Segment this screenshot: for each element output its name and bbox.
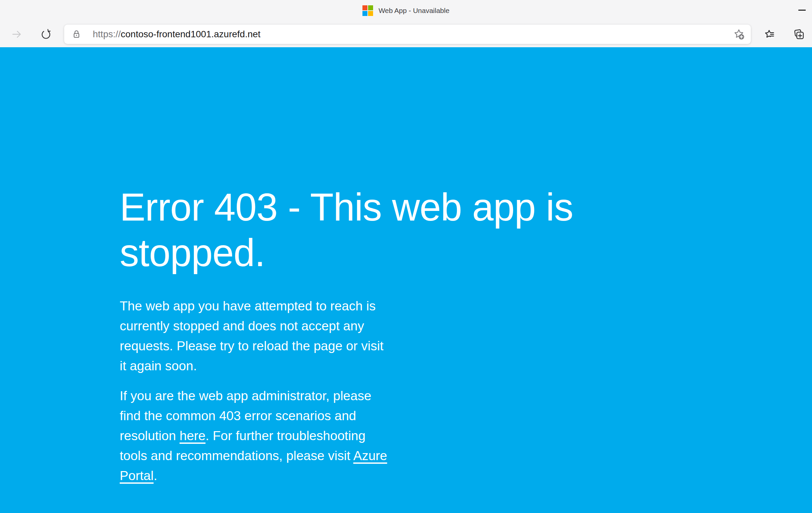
error-heading: Error 403 - This web app is stopped. (120, 184, 638, 276)
logo-square-blue (362, 11, 368, 16)
logo-square-red (362, 5, 368, 10)
logo-square-green (368, 5, 373, 10)
error-paragraph-1: The web app you have attempted to reach … (120, 296, 391, 376)
tab-title: Web App - Unavailable (362, 5, 449, 16)
microsoft-logo-favicon (362, 5, 373, 16)
refresh-button[interactable] (39, 28, 53, 41)
forward-arrow-icon (11, 29, 22, 40)
https-lock-icon[interactable] (71, 29, 82, 39)
star-plus-icon (732, 28, 745, 40)
collections-icon (793, 28, 805, 40)
favorites-star-list-icon (763, 28, 775, 40)
forward-button[interactable] (10, 28, 23, 41)
minimize-icon (799, 10, 806, 11)
collections-button[interactable] (792, 28, 805, 41)
error-page: Error 403 - This web app is stopped. The… (0, 47, 812, 513)
logo-square-yellow (368, 11, 373, 16)
url-scheme: https:// (93, 29, 121, 39)
paragraph2-text-after: . (154, 468, 157, 483)
favorites-button[interactable] (762, 28, 776, 41)
refresh-icon (40, 29, 52, 40)
here-link[interactable]: here (179, 428, 205, 443)
browser-toolbar: https://contoso-frontend1001.azurefd.net (0, 21, 812, 47)
minimize-button[interactable] (795, 5, 809, 15)
url-host: contoso-frontend1001.azurefd.net (121, 29, 260, 39)
tab-title-label: Web App - Unavailable (378, 7, 449, 15)
url-text: https://contoso-frontend1001.azurefd.net (93, 29, 732, 39)
address-bar[interactable]: https://contoso-frontend1001.azurefd.net (64, 25, 751, 44)
error-paragraph-2: If you are the web app administrator, pl… (120, 386, 391, 486)
add-favorite-button[interactable] (732, 28, 746, 41)
browser-titlebar: Web App - Unavailable (0, 0, 812, 21)
